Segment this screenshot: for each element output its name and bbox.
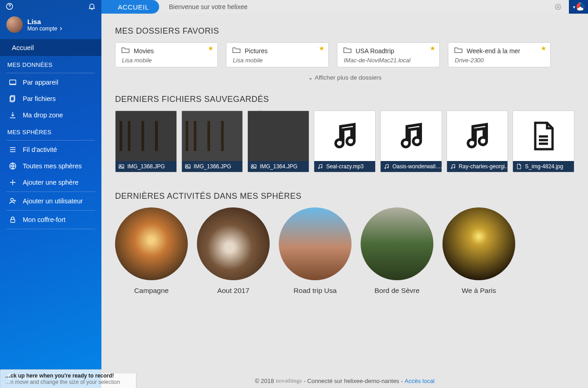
footer: © 2018 novathings - Connecté sur helixee… <box>101 373 588 388</box>
favorite-device: IMac-de-NoviMac21.local <box>344 57 434 64</box>
nav-activity-feed[interactable]: Fil d'activité <box>0 141 101 158</box>
sphere-card[interactable]: We à Paris <box>442 207 515 295</box>
welcome-text: Bienvenue sur votre helixee <box>169 3 248 10</box>
favorite-folder[interactable]: ★ Pictures Lisa mobile <box>226 42 329 67</box>
music-icon <box>383 163 390 170</box>
avatar <box>6 16 23 33</box>
sphere-image <box>197 207 270 280</box>
section-my-data: MES DONNÉES <box>0 56 101 72</box>
spheres-row: Campagne Aout 2017 Road trip Usa Bord de… <box>115 207 574 295</box>
sphere-image <box>115 207 188 280</box>
content: ↖ MES DOSSIERS FAVORIS ★ Movies Lisa mob… <box>101 14 588 373</box>
doc-thumbnail <box>513 111 574 161</box>
music-thumbnail <box>314 111 375 161</box>
nav-by-device[interactable]: Par appareil <box>0 74 101 91</box>
file-card[interactable]: IMG_1366.JPG <box>181 111 243 172</box>
show-more-folders[interactable]: Afficher plus de dossiers <box>115 67 574 90</box>
active-tab[interactable]: ACCUEIL <box>101 0 159 14</box>
bell-icon[interactable] <box>88 2 96 12</box>
star-icon: ★ <box>541 45 547 52</box>
star-icon: ★ <box>319 45 325 52</box>
nav-dropzone[interactable]: Ma drop zone <box>0 107 101 123</box>
svg-rect-3 <box>10 80 16 84</box>
photo-icon <box>251 163 257 170</box>
svg-point-10 <box>557 6 559 8</box>
sphere-card[interactable]: Road trip Usa <box>279 207 352 295</box>
files-row: IMG_1368.JPG IMG_1366.JPG IMG_1364.JPG S… <box>115 111 574 172</box>
sphere-card[interactable]: Bord de Sèvre <box>361 207 433 295</box>
file-card[interactable]: IMG_1364.JPG <box>247 111 309 172</box>
music-thumbnail <box>447 111 508 161</box>
language-switcher[interactable]: ▾ <box>569 0 588 14</box>
sphere-image <box>279 207 352 280</box>
list-icon <box>8 145 17 154</box>
chevron-down-icon: ▾ <box>573 5 575 10</box>
favorite-folder[interactable]: ★ USA Roadtrip IMac-de-NoviMac21.local <box>337 42 440 67</box>
file-card[interactable]: S_img-4824.jpg <box>513 111 574 172</box>
image-thumbnail <box>248 111 309 161</box>
nav-all-spheres[interactable]: Toutes mes sphères <box>0 158 101 174</box>
favorite-device: Drive-2300 <box>455 57 545 64</box>
folder-icon <box>121 46 130 55</box>
music-icon <box>450 163 456 170</box>
user-name: Lisa <box>27 18 63 25</box>
profile-block[interactable]: Lisa Mon compte <box>0 14 101 39</box>
document-icon <box>516 163 522 170</box>
favorite-folder[interactable]: ★ Week-end à la mer Drive-2300 <box>448 42 551 67</box>
main-area: ACCUEIL Bienvenue sur votre helixee ▾ ↖ … <box>101 0 588 388</box>
sphere-image <box>361 207 433 280</box>
file-card[interactable]: Oasis-wonderwall.… <box>380 111 442 172</box>
music-icon <box>329 120 361 152</box>
favorite-folder[interactable]: ★ Movies Lisa mobile <box>115 42 218 67</box>
svg-point-1 <box>10 8 10 8</box>
device-icon <box>8 78 17 87</box>
nav-by-files[interactable]: Par fichiers <box>0 91 101 107</box>
sphere-card[interactable]: Aout 2017 <box>197 207 270 295</box>
heading-spheres: DERNIÈRES ACTIVITÉS DANS MES SPHÈRES <box>115 191 574 201</box>
file-card[interactable]: Ray-charles-georgi… <box>447 111 508 172</box>
account-link[interactable]: Mon compte <box>27 25 63 32</box>
add-user-icon <box>8 197 17 206</box>
svg-point-22 <box>453 167 454 168</box>
chevron-right-icon <box>59 27 63 30</box>
nav-vault[interactable]: Mon coffre-fort <box>0 212 101 228</box>
music-icon <box>317 163 323 170</box>
files-icon <box>8 94 17 103</box>
music-icon <box>461 120 493 152</box>
svg-point-18 <box>321 167 322 168</box>
help-icon[interactable] <box>5 2 14 12</box>
svg-point-17 <box>318 167 319 168</box>
image-thumbnail <box>116 111 176 161</box>
plus-icon <box>8 178 17 187</box>
file-card[interactable]: IMG_1368.JPG <box>115 111 177 172</box>
music-icon <box>395 120 427 152</box>
svg-point-19 <box>385 167 386 168</box>
svg-point-20 <box>387 167 388 168</box>
local-access-link[interactable]: Accès local <box>405 378 435 384</box>
section-my-spheres: MES SPHÈRES <box>0 123 101 139</box>
nav-home[interactable]: Accueil <box>0 39 101 56</box>
target-icon[interactable] <box>553 1 563 12</box>
lock-icon <box>8 215 17 224</box>
heading-recent-files: DERNIERS FICHIERS SAUVEGARDÉS <box>115 95 574 104</box>
photo-icon <box>185 163 191 170</box>
svg-point-21 <box>451 167 452 168</box>
sphere-card[interactable]: Campagne <box>115 207 188 295</box>
music-thumbnail <box>381 111 442 161</box>
folder-icon <box>343 46 352 55</box>
heading-favorites: MES DOSSIERS FAVORIS <box>115 26 574 36</box>
favorite-device: Lisa mobile <box>233 57 323 64</box>
sidebar: Lisa Mon compte Accueil MES DONNÉES Par … <box>0 0 101 388</box>
favorites-row: ★ Movies Lisa mobile ★ Pictures Lisa mob… <box>115 42 574 67</box>
svg-point-9 <box>555 4 561 10</box>
folder-icon <box>232 46 241 55</box>
svg-point-7 <box>11 198 14 201</box>
file-card[interactable]: Seal-crazy.mp3 <box>314 111 376 172</box>
brand-logo: novathings <box>276 377 302 384</box>
flag-france-icon <box>576 3 584 11</box>
nav-add-user[interactable]: Ajouter un utilisateur <box>0 193 101 209</box>
image-thumbnail <box>182 111 243 161</box>
nav-add-sphere[interactable]: Ajouter une sphère <box>0 174 101 191</box>
document-icon <box>528 120 559 152</box>
svg-rect-8 <box>11 219 15 222</box>
